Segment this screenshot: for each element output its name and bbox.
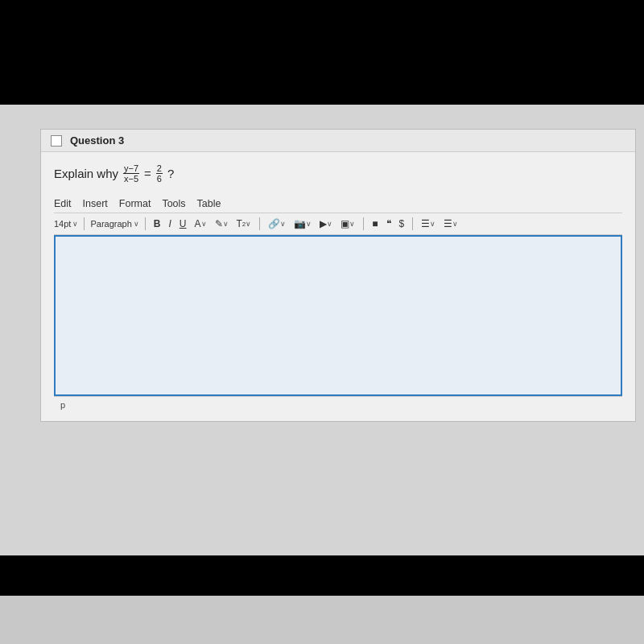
question-card: Question 3 Explain why y−7 x−5 = 2 6 ? E… bbox=[40, 129, 636, 422]
fraction2-denominator: 6 bbox=[156, 174, 163, 184]
align-button[interactable]: ☰∨ bbox=[419, 217, 438, 230]
fraction-2: 2 6 bbox=[156, 163, 163, 184]
bold-button[interactable]: B bbox=[151, 217, 163, 230]
fraction2-numerator: 2 bbox=[156, 163, 163, 174]
font-color-button[interactable]: A∨ bbox=[192, 217, 208, 230]
font-size-chevron: ∨ bbox=[72, 220, 78, 228]
quote-button[interactable]: ❝ bbox=[384, 217, 394, 230]
question-title: Question 3 bbox=[70, 134, 124, 147]
image-button[interactable]: 📷∨ bbox=[291, 217, 314, 230]
link-button[interactable]: 🔗∨ bbox=[266, 217, 288, 230]
paragraph-label: Paragraph bbox=[90, 219, 131, 229]
toolbar-divider-5 bbox=[412, 217, 413, 230]
toolbar-divider-1 bbox=[84, 217, 85, 230]
explain-why-label: Explain why bbox=[54, 167, 118, 180]
paragraph-select[interactable]: Paragraph ∨ bbox=[90, 219, 138, 229]
italic-button[interactable]: I bbox=[166, 217, 173, 230]
bottom-bar bbox=[0, 596, 644, 644]
font-size-select[interactable]: 14pt ∨ bbox=[54, 219, 78, 229]
menu-item-format[interactable]: Format bbox=[119, 198, 151, 209]
question-header: Question 3 bbox=[41, 130, 635, 152]
fraction1-numerator: y−7 bbox=[123, 163, 139, 174]
superscript-button[interactable]: T2∨ bbox=[234, 217, 254, 230]
font-size-label: 14pt bbox=[54, 219, 71, 229]
toolbar: 14pt ∨ Paragraph ∨ B I U A∨ ✎∨ T2∨ 🔗∨ 📷∨… bbox=[54, 213, 622, 235]
fraction1-denominator: x−5 bbox=[123, 174, 139, 184]
equals-sign: = bbox=[144, 167, 151, 180]
fraction-1: y−7 x−5 bbox=[123, 163, 139, 184]
color-swatch-button[interactable]: ■ bbox=[369, 217, 380, 230]
toolbar-divider-4 bbox=[363, 217, 364, 230]
list-button[interactable]: ☰∨ bbox=[441, 217, 460, 230]
highlight-button[interactable]: ✎∨ bbox=[213, 217, 231, 230]
menu-item-edit[interactable]: Edit bbox=[54, 198, 72, 209]
toolbar-divider-2 bbox=[145, 217, 146, 230]
dollar-button[interactable]: $ bbox=[397, 217, 407, 230]
editor-footer: p bbox=[54, 396, 622, 413]
paragraph-chevron: ∨ bbox=[134, 220, 139, 228]
menu-item-tools[interactable]: Tools bbox=[162, 198, 185, 209]
more-button[interactable]: ▣∨ bbox=[338, 217, 357, 230]
underline-button[interactable]: U bbox=[177, 217, 189, 230]
paragraph-tag: p bbox=[60, 400, 65, 410]
question-checkbox[interactable] bbox=[51, 135, 62, 147]
toolbar-divider-3 bbox=[259, 217, 260, 230]
question-text: Explain why y−7 x−5 = 2 6 ? bbox=[54, 163, 622, 184]
question-body: Explain why y−7 x−5 = 2 6 ? Edit Insert … bbox=[41, 152, 635, 421]
media-button[interactable]: ▶∨ bbox=[317, 217, 335, 230]
menu-bar: Edit Insert Format Tools Table bbox=[54, 195, 622, 213]
editor-area[interactable] bbox=[54, 235, 622, 396]
menu-item-insert[interactable]: Insert bbox=[83, 198, 108, 209]
menu-item-table[interactable]: Table bbox=[197, 198, 221, 209]
question-mark: ? bbox=[167, 167, 174, 180]
